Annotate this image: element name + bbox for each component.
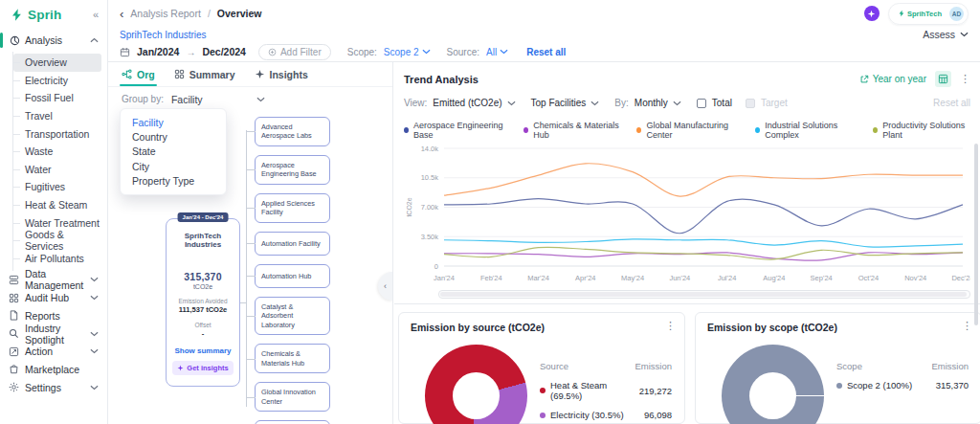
ai-assistant-button[interactable] bbox=[864, 6, 880, 21]
sidebar-item-air-pollutants[interactable]: Air Pollutants bbox=[13, 250, 101, 268]
sidebar-section-analysis[interactable]: Analysis bbox=[0, 29, 107, 52]
sidebar-item-data-management[interactable]: Data Management bbox=[0, 271, 107, 289]
tab-org[interactable]: Org bbox=[122, 62, 155, 86]
org-switcher-pill[interactable]: SprihTech AD bbox=[888, 3, 969, 25]
kebab-menu-icon[interactable]: ⋮ bbox=[960, 73, 970, 85]
sidebar-item-settings[interactable]: Settings bbox=[0, 378, 107, 396]
org-root-card[interactable]: Jan'24 - Dec'24 SprihTech Industries 315… bbox=[166, 218, 240, 387]
total-checkbox[interactable] bbox=[697, 99, 706, 108]
reset-all-link[interactable]: Reset all bbox=[526, 47, 566, 57]
action-icon bbox=[9, 346, 19, 357]
vertical-scrollbar-thumb[interactable] bbox=[974, 144, 978, 325]
org-node-aerospace-engineering-base[interactable]: Aerospace Engineering Base bbox=[255, 155, 330, 185]
emission-col-header: Emission bbox=[635, 361, 672, 371]
tab-summary[interactable]: Summary bbox=[174, 62, 235, 86]
breadcrumb-section[interactable]: Analysis Report bbox=[130, 8, 201, 19]
org-node-global-manufacturing-center[interactable]: Global Manufacturing Center bbox=[255, 420, 330, 424]
org-node-automation-facility[interactable]: Automation Facility bbox=[255, 232, 330, 256]
sidebar-item-heat-steam[interactable]: Heat & Steam bbox=[13, 196, 101, 214]
org-node-global-innovation-center[interactable]: Global Innovation Center bbox=[255, 382, 330, 412]
sidebar-item-travel[interactable]: Travel bbox=[13, 107, 101, 125]
horizontal-scrollbar[interactable] bbox=[438, 290, 970, 299]
company-link[interactable]: SprihTech Industries bbox=[120, 30, 207, 40]
get-insights-button[interactable]: Get insights bbox=[172, 361, 234, 375]
sidebar-item-goods-services[interactable]: Goods & Services bbox=[13, 232, 101, 250]
add-filter-button[interactable]: Add Filter bbox=[258, 44, 331, 60]
dropdown-option-city[interactable]: City bbox=[121, 159, 226, 173]
svg-text:Dec'24: Dec'24 bbox=[951, 274, 970, 282]
trend-legend: Aerospace Engineering BaseChemicals & Ma… bbox=[404, 121, 970, 140]
table-view-button[interactable] bbox=[935, 71, 951, 87]
view-select[interactable]: Emitted (tCO2e) bbox=[433, 98, 515, 108]
sidebar-item-marketplace[interactable]: Marketplace bbox=[0, 361, 107, 379]
scope-card-title: Emission by scope (tCO2e) bbox=[707, 322, 969, 333]
org-pill-logo: SprihTech bbox=[898, 10, 942, 18]
chevron-down-icon bbox=[422, 49, 431, 55]
dropdown-option-facility[interactable]: Facility bbox=[121, 115, 226, 129]
legend-item-global-manufacturing-center[interactable]: Global Manufacturing Center bbox=[636, 121, 739, 140]
legend-dot bbox=[755, 127, 760, 133]
org-node-applied-sciences-facility[interactable]: Applied Sciences Facility bbox=[255, 193, 330, 223]
group-by-value[interactable]: Facility bbox=[171, 94, 203, 105]
sidebar-item-transportation[interactable]: Transportation bbox=[13, 124, 101, 143]
kebab-menu-icon[interactable]: ⋮ bbox=[665, 320, 676, 332]
svg-text:Nov'24: Nov'24 bbox=[904, 274, 926, 282]
sidebar-item-water[interactable]: Water bbox=[13, 161, 101, 179]
tab-insights[interactable]: Insights bbox=[255, 62, 308, 86]
assess-dropdown[interactable]: Assess bbox=[923, 29, 969, 40]
file-icon bbox=[9, 310, 19, 321]
kebab-menu-icon[interactable]: ⋮ bbox=[962, 320, 972, 332]
sidebar-item-waste[interactable]: Waste bbox=[13, 143, 101, 161]
sidebar-item-industry-spotlight[interactable]: Industry Spotlight bbox=[0, 324, 107, 343]
svg-text:Jul'24: Jul'24 bbox=[718, 274, 736, 282]
svg-text:7.00k: 7.00k bbox=[421, 203, 439, 212]
legend-item-aerospace-engineering-base[interactable]: Aerospace Engineering Base bbox=[404, 121, 507, 140]
avatar[interactable]: AD bbox=[949, 7, 964, 21]
sidebar-item-audit-hub[interactable]: Audit Hub bbox=[0, 289, 107, 307]
dropdown-option-property-type[interactable]: Property Type bbox=[121, 174, 226, 189]
sidebar-item-electricity[interactable]: Electricity bbox=[13, 72, 101, 90]
offset-value: - bbox=[167, 329, 239, 338]
sidebar-item-action[interactable]: Action bbox=[0, 343, 107, 361]
source-donut-chart bbox=[425, 345, 527, 424]
svg-text:Jan'24: Jan'24 bbox=[434, 274, 455, 282]
dropdown-option-country[interactable]: Country bbox=[121, 129, 226, 144]
emission-by-scope-card: Emission by scope (tCO2e) ⋮ Scope Emissi… bbox=[695, 312, 980, 424]
source-filter-value[interactable]: All bbox=[486, 47, 508, 57]
dropdown-option-state[interactable]: State bbox=[121, 145, 226, 159]
org-node-advanced-aerospace-labs[interactable]: Advanced Aerospace Labs bbox=[255, 117, 330, 146]
org-root-name: SprihTech Industries bbox=[167, 232, 239, 249]
legend-item-industrial-solutions-complex[interactable]: Industrial Solutions Complex bbox=[755, 121, 857, 140]
svg-text:Apr'24: Apr'24 bbox=[575, 274, 595, 282]
sidebar-collapse-button[interactable]: « bbox=[93, 9, 99, 20]
date-to[interactable]: Dec/2024 bbox=[202, 46, 246, 57]
year-on-year-link[interactable]: Year on year bbox=[859, 74, 926, 84]
facilities-select[interactable]: Top Facilities bbox=[531, 98, 600, 108]
scope-filter-value[interactable]: Scope 2 bbox=[384, 47, 431, 57]
series-dot bbox=[540, 388, 546, 393]
sidebar-item-fossil-fuel[interactable]: Fossil Fuel bbox=[13, 89, 101, 107]
analysis-submenu: OverviewElectricityFossil FuelTravelTran… bbox=[12, 52, 107, 271]
svg-text:14.0k: 14.0k bbox=[421, 145, 439, 153]
svg-text:10.5k: 10.5k bbox=[421, 173, 439, 182]
sidebar-item-overview[interactable]: Overview bbox=[13, 54, 101, 72]
interval-select[interactable]: Monthly bbox=[635, 98, 681, 108]
org-node-chemicals-materials-hub[interactable]: Chemicals & Materials Hub bbox=[255, 344, 330, 373]
trend-line-chart: 03.50k7.00k10.5k14.0kJan'24Feb'24Mar'24A… bbox=[404, 141, 970, 289]
org-root-unit: tCO2e bbox=[167, 283, 239, 290]
show-summary-link[interactable]: Show summary bbox=[167, 346, 239, 355]
sidebar-item-fugitives[interactable]: Fugitives bbox=[13, 178, 101, 196]
back-button[interactable]: ‹ bbox=[120, 8, 123, 20]
chevron-up-icon bbox=[90, 37, 99, 43]
sidebar: Sprih « Analysis OverviewElectricityFoss… bbox=[0, 0, 108, 424]
panel-collapse-handle[interactable]: ‹ bbox=[378, 272, 392, 301]
horizontal-scrollbar-thumb[interactable] bbox=[440, 292, 967, 297]
org-node-catalyst-adsorbent-laboratory[interactable]: Catalyst & Adsorbent Laboratory bbox=[255, 297, 330, 335]
legend-item-chemicals-materials-hub[interactable]: Chemicals & Materials Hub bbox=[523, 121, 620, 140]
svg-text:May'24: May'24 bbox=[621, 274, 644, 282]
org-node-automation-hub[interactable]: Automation Hub bbox=[255, 264, 330, 288]
legend-item-productivity-solutions-plant[interactable]: Productivity Solutions Plant bbox=[873, 121, 970, 140]
date-from[interactable]: Jan/2024 bbox=[137, 46, 179, 57]
subheader: SprihTech Industries Assess bbox=[108, 27, 980, 42]
chevron-down-icon bbox=[960, 32, 969, 37]
